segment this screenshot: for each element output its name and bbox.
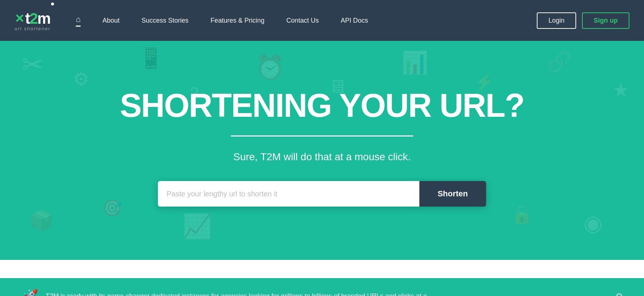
nav-api-docs[interactable]: API Docs: [330, 17, 379, 24]
url-input[interactable]: [158, 181, 419, 207]
nav-links: About Success Stories Features & Pricing…: [92, 17, 537, 24]
bg-icon-10: ★: [613, 81, 629, 99]
rocket-icon: 🚀: [22, 289, 38, 296]
nav-contact-us[interactable]: Contact Us: [275, 17, 330, 24]
bg-icon-9: 🔗: [547, 52, 572, 72]
logo-subtitle: url shortener: [15, 26, 51, 31]
hero-content: SHORTENING YOUR URL? Sure, T2M will do t…: [67, 87, 577, 207]
bottom-bar-dot: [616, 293, 622, 296]
bg-icon-11: 📦: [29, 211, 54, 231]
logo-t2m-text: t2m: [25, 10, 50, 27]
bg-icon-1: ✂: [22, 52, 43, 77]
hero-divider: [231, 135, 413, 137]
nav-features-pricing[interactable]: Features & Pricing: [199, 17, 275, 24]
login-button[interactable]: Login: [537, 12, 576, 29]
bg-icon-2: ⚙: [73, 70, 89, 88]
hero-section: ✂ ⚙ 📱 ? ⏰ 🖥 📊 ⚡ 🔗 ★ 📦 🎯 📈 🔒 ◉ SHORTENING…: [0, 41, 644, 260]
navbar: ✕ t2m url shortener ⌂ About Success Stor…: [0, 0, 644, 41]
url-form: Shorten: [158, 181, 486, 207]
bg-icon-14: 🔒: [511, 205, 533, 223]
logo-x-icon: ✕: [15, 12, 24, 26]
logo-dot: [51, 3, 54, 5]
bg-icon-15: ◉: [583, 212, 602, 234]
bg-icon-3: 📱: [139, 48, 164, 68]
logo: ✕ t2m url shortener: [15, 10, 54, 31]
hero-title: SHORTENING YOUR URL?: [120, 87, 524, 124]
hero-subtitle: Sure, T2M will do that at a mouse click.: [233, 151, 411, 163]
bg-icon-5: ⏰: [255, 55, 285, 79]
white-gap: [0, 260, 644, 278]
nav-home-button[interactable]: ⌂: [76, 15, 81, 27]
nav-success-stories[interactable]: Success Stories: [131, 17, 199, 24]
signup-button[interactable]: Sign up: [582, 12, 629, 29]
home-icon: ⌂: [76, 15, 81, 24]
bg-icon-7: 📊: [401, 52, 428, 74]
bottom-bar: 🚀 T2M is ready with its game-changer ded…: [0, 278, 644, 296]
bottom-bar-text: T2M is ready with its game-changer dedic…: [46, 291, 427, 296]
nav-about[interactable]: About: [92, 17, 131, 24]
nav-auth: Login Sign up: [537, 12, 629, 29]
home-underline: [76, 26, 81, 27]
bg-icon-13: 📈: [182, 214, 212, 238]
shorten-button[interactable]: Shorten: [419, 181, 486, 207]
